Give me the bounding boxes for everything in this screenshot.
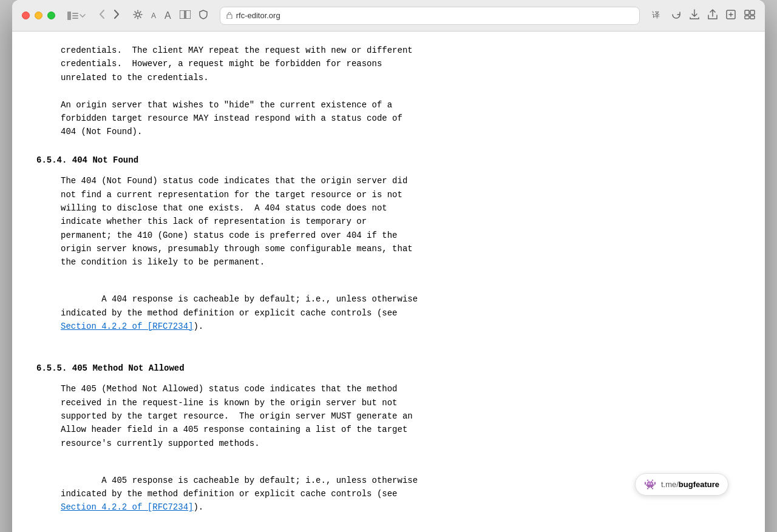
section-405-p2-after-link: ). xyxy=(193,502,203,512)
section-404-p2-before-link: A 404 response is cacheable by default; … xyxy=(61,294,418,317)
section-405-link[interactable]: Section 4.2.2 of [RFC7234] xyxy=(61,502,193,512)
section-404-link[interactable]: Section 4.2.2 of [RFC7234] xyxy=(61,322,193,331)
translate-icon[interactable]: 译 xyxy=(652,10,663,22)
browser-window: A A rfc-editor.org xyxy=(12,0,765,532)
right-toolbar: 译 xyxy=(652,9,755,22)
address-bar[interactable]: rfc-editor.org xyxy=(220,7,640,25)
traffic-lights xyxy=(22,12,55,19)
url-text: rfc-editor.org xyxy=(236,11,280,20)
bugfeature-text: t.me/bugfeature xyxy=(661,480,719,489)
refresh-icon[interactable] xyxy=(671,10,681,22)
badge-text-normal: t.me/ xyxy=(661,480,679,489)
svg-rect-6 xyxy=(186,10,191,19)
sidebar-toggle[interactable] xyxy=(67,12,86,20)
shield-icon[interactable] xyxy=(199,10,208,21)
section-405-p2-before-link: A 405 response is cacheable by default; … xyxy=(61,476,418,499)
nav-buttons xyxy=(95,7,123,24)
section-405-p2: A 405 response is cacheable by default; … xyxy=(61,460,571,528)
svg-rect-10 xyxy=(745,10,749,15)
svg-rect-7 xyxy=(227,15,232,19)
reader-mode-icon[interactable] xyxy=(180,10,191,21)
tab-overview-icon[interactable] xyxy=(744,10,755,22)
svg-text:译: 译 xyxy=(652,10,660,19)
bugfeature-badge[interactable]: 👾 t.me/bugfeature xyxy=(635,473,728,496)
font-decrease-icon[interactable]: A xyxy=(151,12,156,20)
close-button[interactable] xyxy=(22,12,30,19)
svg-rect-0 xyxy=(67,12,71,20)
badge-text-bold: bugfeature xyxy=(679,480,719,489)
toolbar-icons: A A xyxy=(133,10,208,21)
forward-button[interactable] xyxy=(110,7,123,24)
bugfeature-icon: 👾 xyxy=(644,479,656,490)
section-404-p1: The 404 (Not Found) status code indicate… xyxy=(61,174,571,269)
svg-rect-2 xyxy=(72,15,78,16)
share-icon[interactable] xyxy=(708,9,718,22)
font-increase-icon[interactable]: A xyxy=(165,10,171,21)
section-405-p1: The 405 (Method Not Allowed) status code… xyxy=(61,382,571,450)
svg-rect-3 xyxy=(72,18,78,19)
download-icon[interactable] xyxy=(690,9,699,22)
svg-rect-13 xyxy=(750,16,755,19)
svg-rect-12 xyxy=(745,16,749,19)
settings-icon[interactable] xyxy=(133,10,143,21)
svg-rect-5 xyxy=(180,10,185,19)
svg-point-4 xyxy=(136,13,140,16)
content-area[interactable]: credentials. The client MAY repeat the r… xyxy=(12,32,765,532)
lock-icon xyxy=(226,12,232,20)
section-404-p2-after-link: ). xyxy=(193,322,203,331)
intro-paragraph: credentials. The client MAY repeat the r… xyxy=(61,44,571,139)
svg-rect-1 xyxy=(72,13,78,14)
section-404-heading: 6.5.4. 404 Not Found xyxy=(36,153,571,167)
section-404-p2: A 404 response is cacheable by default; … xyxy=(61,279,571,347)
svg-rect-11 xyxy=(750,10,755,15)
minimize-button[interactable] xyxy=(35,12,42,19)
rfc-content: credentials. The client MAY repeat the r… xyxy=(12,32,595,532)
section-405-heading: 6.5.5. 405 Method Not Allowed xyxy=(36,362,571,375)
title-bar: A A rfc-editor.org xyxy=(12,0,765,32)
maximize-button[interactable] xyxy=(47,12,55,19)
new-tab-icon[interactable] xyxy=(726,10,736,22)
back-button[interactable] xyxy=(95,7,108,24)
